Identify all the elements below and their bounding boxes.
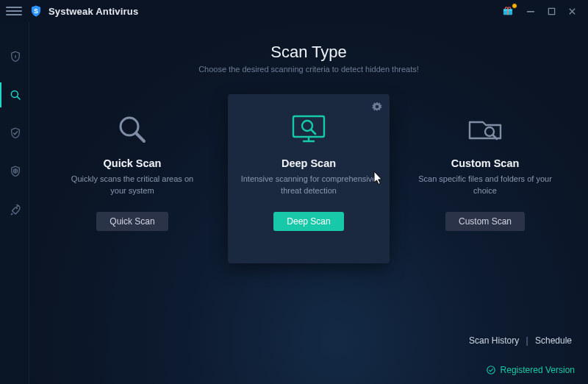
check-circle-icon <box>486 365 496 375</box>
offers-icon[interactable] <box>500 4 516 18</box>
monitor-search-icon <box>289 109 329 150</box>
notification-dot-icon <box>512 3 517 9</box>
registered-label: Registered Version <box>501 365 575 375</box>
sidebar-item-scan[interactable] <box>0 82 29 107</box>
footer-links: Scan History | Schedule <box>469 335 572 346</box>
page-title: Scan Type <box>47 43 570 62</box>
sidebar-item-web[interactable] <box>0 159 29 184</box>
deep-scan-button[interactable]: Deep Scan <box>273 212 343 231</box>
schedule-link[interactable]: Schedule <box>535 335 572 346</box>
svg-line-9 <box>17 96 20 99</box>
card-deep-scan[interactable]: Deep Scan Intensive scanning for compreh… <box>228 94 390 263</box>
card-desc: Scan specific files and folders of your … <box>416 174 554 199</box>
close-button[interactable] <box>562 1 582 21</box>
card-title: Custom Scan <box>451 157 520 169</box>
sidebar-item-protection[interactable] <box>0 44 29 69</box>
custom-scan-button[interactable]: Custom Scan <box>445 212 525 231</box>
svg-point-21 <box>487 366 495 374</box>
page-subtitle: Choose the desired scanning criteria to … <box>47 65 570 74</box>
svg-line-13 <box>136 133 144 141</box>
scan-history-link[interactable]: Scan History <box>469 335 519 346</box>
hamburger-menu-button[interactable] <box>6 3 22 19</box>
card-title: Quick Scan <box>104 157 162 169</box>
svg-point-11 <box>15 207 17 209</box>
sidebar <box>0 22 29 384</box>
app-logo-icon: S <box>29 4 43 18</box>
svg-rect-14 <box>293 116 324 137</box>
registered-version-link[interactable]: Registered Version <box>486 365 575 375</box>
folder-search-icon <box>465 109 505 150</box>
card-quick-scan[interactable]: Quick Scan Quickly scans the critical ar… <box>51 94 213 263</box>
svg-rect-5 <box>548 8 554 14</box>
svg-rect-3 <box>507 9 508 15</box>
sidebar-item-quarantine[interactable] <box>0 121 29 146</box>
titlebar: S Systweak Antivirus <box>0 0 588 22</box>
maximize-button[interactable] <box>541 1 562 21</box>
card-desc: Intensive scanning for comprehensive thr… <box>240 174 378 199</box>
svg-rect-7 <box>15 57 15 58</box>
main-content: Scan Type Choose the desired scanning cr… <box>29 22 588 384</box>
gear-icon[interactable] <box>372 102 382 115</box>
scan-cards: Quick Scan Quickly scans the critical ar… <box>47 94 570 263</box>
quick-scan-button[interactable]: Quick Scan <box>96 212 168 231</box>
app-title: Systweak Antivirus <box>49 6 138 17</box>
sidebar-item-boost[interactable] <box>0 197 29 222</box>
minimize-button[interactable] <box>520 1 541 21</box>
separator: | <box>526 335 528 346</box>
svg-text:S: S <box>34 8 38 15</box>
search-icon <box>115 109 150 150</box>
svg-rect-4 <box>527 11 534 13</box>
svg-line-18 <box>312 130 316 135</box>
svg-point-6 <box>15 55 16 57</box>
card-custom-scan[interactable]: Custom Scan Scan specific files and fold… <box>404 94 566 263</box>
card-title: Deep Scan <box>282 157 336 169</box>
card-desc: Quickly scans the critical areas on your… <box>63 174 201 199</box>
